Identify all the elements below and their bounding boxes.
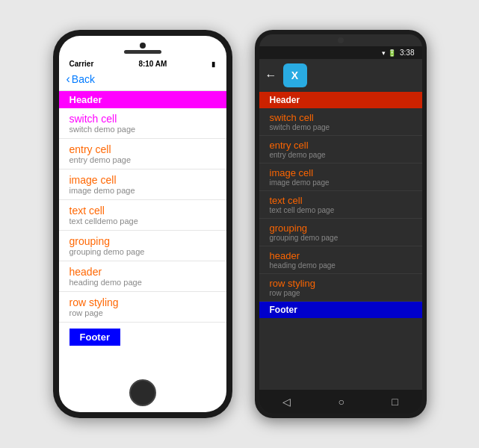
ios-item-subtitle: switch demo page — [69, 125, 216, 134]
android-back-nav-button[interactable]: ◁ — [282, 396, 291, 408]
ios-battery-icon: ▮ — [211, 60, 215, 68]
list-item[interactable]: row styling row page — [259, 274, 422, 302]
ios-item-title: entry cell — [69, 143, 216, 155]
android-item-subtitle: switch demo page — [270, 123, 412, 131]
list-item[interactable]: header heading demo page — [259, 246, 422, 274]
ios-item-title: row styling — [69, 296, 216, 308]
android-item-subtitle: text cell demo page — [270, 206, 412, 214]
android-app-icon: X — [283, 63, 307, 87]
android-top-area — [259, 34, 422, 46]
android-footer-section: Footer — [259, 302, 422, 318]
ios-item-title: text cell — [69, 205, 216, 217]
ios-footer-section: Footer — [69, 329, 120, 346]
list-item[interactable]: grouping grouping demo page — [259, 219, 422, 246]
ios-item-title: header — [69, 266, 216, 278]
ios-footer-label: Footer — [80, 332, 110, 343]
ios-list: Header switch cell switch demo page entr… — [59, 91, 226, 375]
list-item[interactable]: image cell image demo page — [259, 164, 422, 191]
list-item[interactable]: text cell text celldemo page — [59, 200, 226, 231]
android-item-title: header — [270, 250, 412, 261]
list-item[interactable]: entry cell entry demo page — [59, 139, 226, 169]
android-nav-bar: ◁ ○ □ — [259, 390, 422, 414]
android-footer-label: Footer — [270, 305, 297, 315]
ios-carrier: Carrier — [69, 60, 94, 68]
android-item-subtitle: row page — [270, 289, 412, 297]
android-battery-icon: 🔋 — [388, 49, 396, 57]
ios-time: 8:10 AM — [138, 60, 167, 68]
android-item-title: switch cell — [270, 112, 412, 123]
android-header-section: Header — [259, 92, 422, 108]
ios-bottom-area — [59, 375, 226, 412]
ios-header-label: Header — [69, 94, 102, 105]
ios-item-subtitle: grouping demo page — [69, 247, 216, 256]
list-item[interactable]: text cell text cell demo page — [259, 191, 422, 219]
android-item-title: grouping — [270, 223, 412, 234]
ios-nav-bar: ‹ Back — [59, 69, 226, 91]
ios-camera — [140, 43, 146, 49]
list-item[interactable]: header heading demo page — [59, 261, 226, 292]
ios-item-title: switch cell — [69, 113, 216, 125]
ios-item-subtitle: text celldemo page — [69, 217, 216, 225]
android-camera-icon — [338, 37, 344, 43]
android-app-icon-label: X — [291, 69, 298, 81]
ios-header-section: Header — [59, 91, 226, 108]
list-item[interactable]: switch cell switch demo page — [59, 108, 226, 139]
android-top-bar: ← X — [259, 59, 422, 92]
ios-status-bar: Carrier 8:10 AM ▮ — [59, 55, 226, 69]
list-item[interactable]: switch cell switch demo page — [259, 108, 422, 136]
android-recent-nav-button[interactable]: □ — [392, 396, 398, 408]
android-list: Header switch cell switch demo page entr… — [259, 92, 422, 390]
android-item-subtitle: entry demo page — [270, 151, 412, 159]
android-screen: ▾ 🔋 3:38 ← X Header switch cell switch d… — [259, 34, 422, 414]
ios-screen: Carrier 8:10 AM ▮ ‹ Back Header switch c… — [59, 36, 226, 412]
ios-item-title: image cell — [69, 174, 216, 186]
android-item-title: row styling — [270, 278, 412, 289]
ios-item-subtitle: entry demo page — [69, 155, 216, 164]
ios-speaker — [124, 50, 161, 54]
list-item[interactable]: image cell image demo page — [59, 169, 226, 200]
android-phone: ▾ 🔋 3:38 ← X Header switch cell switch d… — [255, 30, 427, 418]
android-item-title: image cell — [270, 167, 412, 178]
ios-back-chevron-icon: ‹ — [67, 72, 70, 86]
ios-item-title: grouping — [69, 235, 216, 247]
android-item-subtitle: grouping demo page — [270, 234, 412, 242]
android-header-label: Header — [270, 95, 300, 105]
ios-item-subtitle: row page — [69, 308, 216, 317]
ios-back-button[interactable]: ‹ Back — [67, 72, 95, 86]
android-item-subtitle: heading demo page — [270, 261, 412, 270]
android-item-title: entry cell — [270, 140, 412, 151]
list-item[interactable]: entry cell entry demo page — [259, 136, 422, 164]
android-wifi-icon: ▾ — [382, 49, 386, 57]
android-home-nav-button[interactable]: ○ — [339, 396, 344, 408]
ios-home-button[interactable] — [129, 379, 156, 406]
android-back-icon[interactable]: ← — [265, 69, 277, 82]
android-status-bar: ▾ 🔋 3:38 — [259, 46, 422, 59]
android-time: 3:38 — [400, 49, 414, 57]
ios-phone: Carrier 8:10 AM ▮ ‹ Back Header switch c… — [53, 30, 232, 418]
list-item[interactable]: grouping grouping demo page — [59, 231, 226, 261]
ios-back-label: Back — [72, 73, 95, 85]
ios-item-subtitle: image demo page — [69, 186, 216, 195]
list-item[interactable]: row styling row page — [59, 292, 226, 323]
android-item-subtitle: image demo page — [270, 178, 412, 187]
ios-item-subtitle: heading demo page — [69, 278, 216, 287]
android-item-title: text cell — [270, 195, 412, 206]
